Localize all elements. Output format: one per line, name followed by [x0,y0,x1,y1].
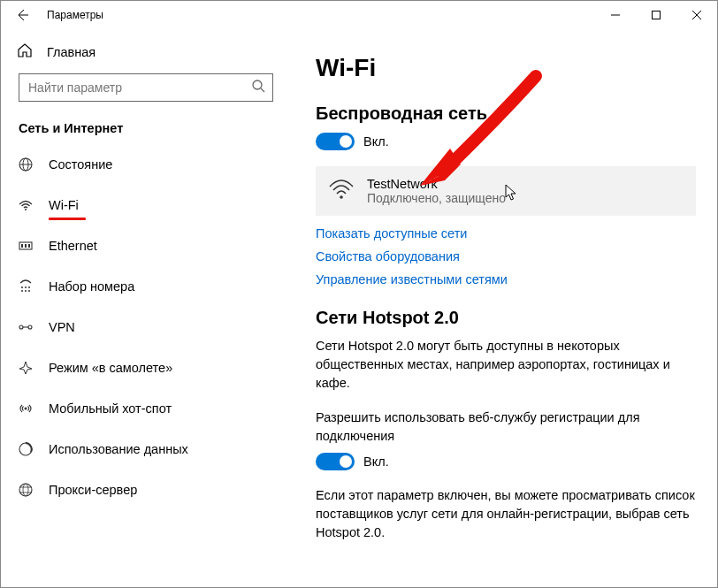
window-title: Параметры [43,9,103,21]
svg-point-19 [28,290,30,292]
svg-point-26 [23,484,28,496]
minimize-button[interactable] [595,1,636,29]
wifi-signal-icon [328,178,355,204]
maximize-icon [652,11,661,19]
svg-point-9 [25,209,27,210]
svg-point-20 [19,325,23,329]
svg-rect-12 [25,244,27,248]
back-button[interactable] [1,1,43,29]
nav-item-label: Прокси-сервер [49,483,137,497]
nav-item-dialup[interactable]: Набор номера [1,266,291,307]
nav-category-title: Сеть и Интернет [1,112,291,144]
svg-point-18 [25,290,27,292]
link-hardware-props[interactable]: Свойства оборудования [316,249,696,263]
wifi-toggle[interactable] [316,133,355,150]
nav-item-proxy[interactable]: Прокси-сервер [1,470,291,510]
vpn-icon [17,319,34,335]
arrow-left-icon [15,8,29,22]
close-button[interactable] [676,1,717,29]
svg-point-15 [25,286,27,288]
minimize-icon [611,11,620,19]
selected-underline [49,218,86,220]
data-usage-icon [17,441,34,457]
wifi-icon [17,197,34,213]
svg-point-4 [253,80,262,89]
hotspot-toggle[interactable] [316,453,355,470]
network-status: Подключено, защищено [367,191,506,205]
svg-point-29 [340,195,343,199]
titlebar: Параметры [1,1,717,29]
ethernet-icon [17,238,34,254]
hotspot-note: Если этот параметр включен, вы можете пр… [316,486,696,542]
svg-rect-1 [653,11,661,19]
nav-item-label: Wi-Fi [49,198,79,212]
nav-item-label: Мобильный хот-спот [49,401,172,416]
nav-item-airplane[interactable]: Режим «в самолете» [1,347,291,388]
sidebar: Главная Сеть и Интернет Состояние [1,29,291,587]
svg-rect-13 [28,244,30,248]
nav-item-label: Состояние [49,157,112,172]
svg-point-16 [28,286,30,288]
nav-home-label: Главная [47,45,95,59]
nav-item-wifi[interactable]: Wi-Fi [1,185,291,225]
svg-line-5 [261,88,264,92]
hotspot-heading: Сети Hotspot 2.0 [316,308,696,328]
link-manage-networks[interactable]: Управление известными сетями [316,272,696,286]
main-content: Wi-Fi Беспроводная сеть Вкл. TestNetwork… [291,29,717,587]
svg-point-23 [25,408,27,410]
svg-point-21 [28,325,32,329]
wireless-heading: Беспроводная сеть [316,103,696,124]
nav-item-label: Использование данных [49,442,188,456]
dialup-icon [17,279,34,294]
network-name: TestNetwork [367,177,506,191]
nav-home[interactable]: Главная [1,34,291,70]
nav-item-label: VPN [49,320,75,334]
proxy-icon [17,482,34,498]
hotspot-icon [17,401,34,416]
nav-item-label: Режим «в самолете» [49,361,172,375]
nav-item-hotspot[interactable]: Мобильный хот-спот [1,388,291,429]
search-input[interactable] [27,80,251,95]
link-show-networks[interactable]: Показать доступные сети [316,226,696,241]
hotspot-allow-label: Разрешить использовать веб-службу регист… [316,409,696,446]
nav-item-ethernet[interactable]: Ethernet [1,225,291,266]
page-title: Wi-Fi [316,54,696,82]
close-icon [692,11,701,19]
search-input-wrap[interactable] [19,73,273,102]
home-icon [17,42,33,62]
nav-item-datausage[interactable]: Использование данных [1,429,291,470]
search-icon [251,79,265,96]
svg-point-14 [21,286,23,288]
globe-icon [17,157,34,172]
hotspot-toggle-label: Вкл. [363,454,389,469]
current-network-card[interactable]: TestNetwork Подключено, защищено [316,166,696,216]
svg-point-25 [19,484,32,496]
svg-rect-11 [21,244,23,248]
maximize-button[interactable] [636,1,676,29]
svg-point-17 [21,290,23,292]
hotspot-description: Сети Hotspot 2.0 могут быть доступны в н… [316,337,696,393]
airplane-icon [17,360,34,376]
nav-item-label: Ethernet [49,239,97,253]
nav-item-label: Набор номера [49,279,134,294]
nav-item-status[interactable]: Состояние [1,144,291,185]
nav-item-vpn[interactable]: VPN [1,307,291,347]
wifi-toggle-label: Вкл. [363,134,389,149]
